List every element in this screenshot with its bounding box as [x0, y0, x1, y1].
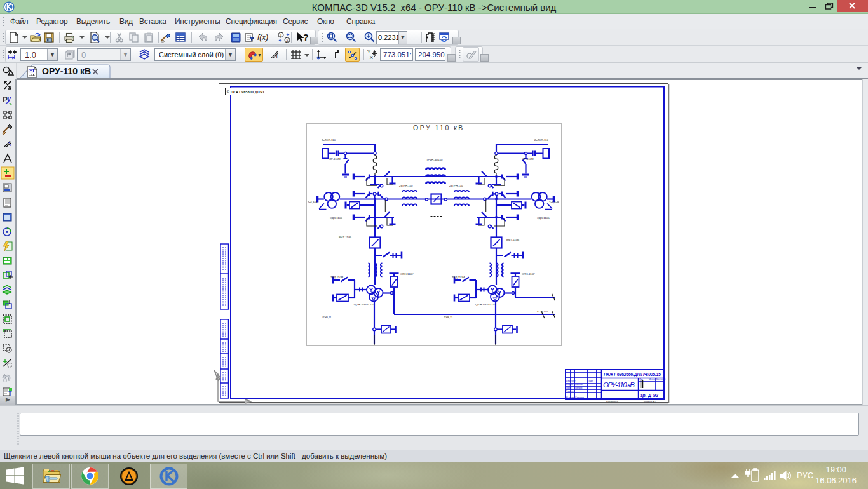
- svg-text:ВМТ-110Б: ВМТ-110Б: [339, 236, 351, 239]
- svg-text:Разраб: Разраб: [566, 384, 573, 386]
- svg-text:1: 1: [280, 33, 282, 37]
- svg-text:Масштаб: Масштаб: [656, 378, 666, 381]
- svg-text:ЛР-110М: ЛР-110М: [522, 157, 534, 161]
- svg-text:Копировал: Копировал: [606, 401, 618, 403]
- svg-text:2: 2: [286, 38, 288, 43]
- svg-text:ОПН-110У: ОПН-110У: [400, 272, 414, 276]
- svg-text:X: X: [370, 55, 373, 60]
- svg-text:Изм Лист: Изм Лист: [566, 380, 576, 382]
- svg-text:Масса: Масса: [649, 378, 655, 381]
- svg-text:Формат A1: Формат A1: [644, 401, 656, 403]
- svg-text:1: 1: [275, 53, 278, 60]
- svg-text:Иванов: Иванов: [575, 384, 583, 386]
- svg-text:ЛЭВ,11: ЛЭВ,11: [444, 316, 453, 319]
- svg-text:2хТРН-110: 2хТРН-110: [399, 184, 413, 187]
- svg-text:2хТРН-110: 2хТРН-110: [449, 184, 463, 187]
- svg-text:ЛР-110М: ЛР-110М: [329, 157, 341, 161]
- svg-text:ЛЭВ,11: ЛЭВ,11: [322, 316, 332, 319]
- svg-text:Н.контр: Н.контр: [566, 396, 574, 399]
- svg-text:ТВД-110М: ТВД-110М: [330, 276, 344, 279]
- svg-text:ТДТН-40000-110: ТДТН-40000-110: [353, 303, 374, 306]
- svg-text:гр. Д-92: гр. Д-92: [640, 392, 659, 398]
- svg-text:Сидоров: Сидоров: [575, 396, 584, 399]
- svg-text:т.СН-110: т.СН-110: [537, 310, 548, 313]
- svg-text:Пров: Пров: [566, 387, 571, 389]
- svg-text:ТВД-110М: ТВД-110М: [452, 276, 465, 279]
- svg-text:© ПКЖТ.965800 ДПЧ1: © ПКЖТ.965800 ДПЧ1: [227, 90, 264, 94]
- svg-text:2х6,3кВ: 2х6,3кВ: [549, 201, 559, 204]
- svg-text:?: ?: [303, 32, 309, 43]
- svg-text:2х6,3кВ: 2х6,3кВ: [308, 201, 317, 204]
- svg-text:ВМТ-110Б: ВМТ-110Б: [506, 238, 519, 241]
- svg-text:ОДЗ-110Б: ОДЗ-110Б: [537, 217, 550, 220]
- svg-text:Петров: Петров: [575, 387, 583, 389]
- svg-text:ОРУ-110 кВ: ОРУ-110 кВ: [603, 381, 635, 389]
- svg-text:f(x): f(x): [257, 33, 268, 42]
- svg-text:Подп: Подп: [588, 380, 593, 382]
- svg-text:ОДЗ-110Б: ОДЗ-110Б: [330, 217, 342, 220]
- svg-text:2хЛЭП-110: 2хЛЭП-110: [322, 138, 336, 142]
- svg-text:ТРДН-40/110: ТРДН-40/110: [426, 158, 443, 161]
- svg-text:ПКЖТ 6962666.ДП.ПЧ.005.15: ПКЖТ 6962666.ДП.ПЧ.005.15: [604, 372, 661, 377]
- svg-text:ОРУ 110 кВ: ОРУ 110 кВ: [413, 124, 465, 131]
- svg-text:ТДТН-40000-110: ТДТН-40000-110: [475, 303, 496, 306]
- svg-text:Т.контр: Т.контр: [566, 390, 573, 392]
- svg-text:2хЛЭП-110: 2хЛЭП-110: [534, 138, 548, 142]
- svg-text:ОПН-110У: ОПН-110У: [522, 272, 535, 276]
